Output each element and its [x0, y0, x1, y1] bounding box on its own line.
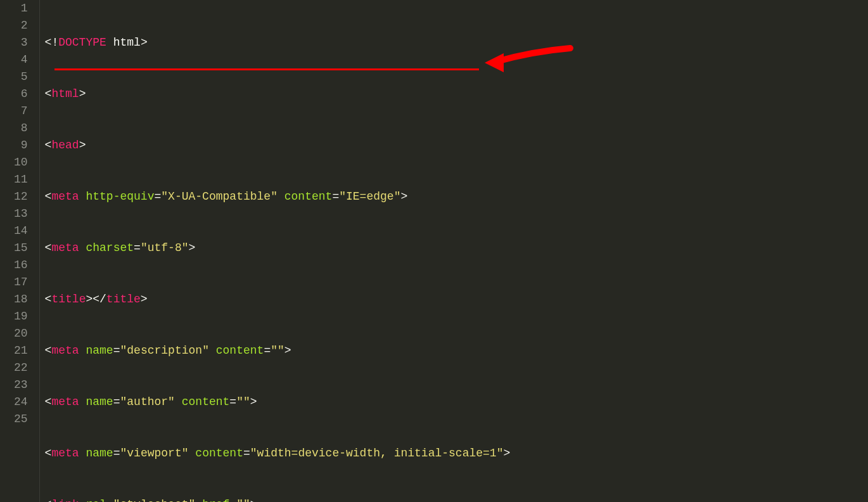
code-line[interactable]: <meta name="author" content=""> [45, 394, 868, 411]
line-number: 23 [14, 376, 28, 394]
line-number: 12 [14, 188, 28, 205]
line-number: 11 [14, 171, 28, 188]
code-line[interactable]: <meta name="description" content=""> [45, 342, 868, 359]
line-number: 20 [14, 325, 28, 342]
line-number: 6 [14, 86, 28, 103]
line-number: 19 [14, 308, 28, 325]
code-line[interactable]: <!DOCTYPE html> [45, 34, 868, 51]
line-number: 24 [14, 394, 28, 411]
line-number: 10 [14, 154, 28, 171]
line-number-gutter: 1 2 3 4 5 6 7 8 9 10 11 12 13 14 15 16 1… [0, 0, 40, 502]
code-line[interactable]: <html> [45, 86, 868, 103]
line-number: 1 [14, 0, 28, 17]
annotation-arrow-icon [482, 42, 577, 80]
line-number: 3 [14, 34, 28, 51]
line-number: 22 [14, 359, 28, 376]
code-area[interactable]: <!DOCTYPE html> <html> <head> <meta http… [40, 0, 868, 502]
line-number: 8 [14, 120, 28, 137]
code-line[interactable]: <link rel="stylesheet" href=""> [45, 496, 868, 502]
code-editor[interactable]: 1 2 3 4 5 6 7 8 9 10 11 12 13 14 15 16 1… [0, 0, 868, 502]
line-number: 17 [14, 274, 28, 291]
line-number: 15 [14, 240, 28, 257]
line-number: 2 [14, 17, 28, 34]
code-line[interactable]: <title></title> [45, 291, 868, 308]
line-number: 25 [14, 411, 28, 428]
code-line[interactable]: <head> [45, 137, 868, 154]
line-number: 14 [14, 222, 28, 240]
line-number: 9 [14, 137, 28, 154]
line-number: 4 [14, 51, 28, 68]
line-number: 18 [14, 291, 28, 308]
line-number: 16 [14, 257, 28, 274]
line-number: 21 [14, 342, 28, 359]
code-line[interactable]: <meta charset="utf-8"> [45, 240, 868, 257]
line-number: 7 [14, 103, 28, 120]
annotation-underline [54, 68, 479, 70]
code-line[interactable]: <meta http-equiv="X-UA-Compatible" conte… [45, 188, 868, 205]
line-number: 5 [14, 68, 28, 86]
code-line[interactable]: <meta name="viewport" content="width=dev… [45, 445, 868, 462]
line-number: 13 [14, 205, 28, 222]
